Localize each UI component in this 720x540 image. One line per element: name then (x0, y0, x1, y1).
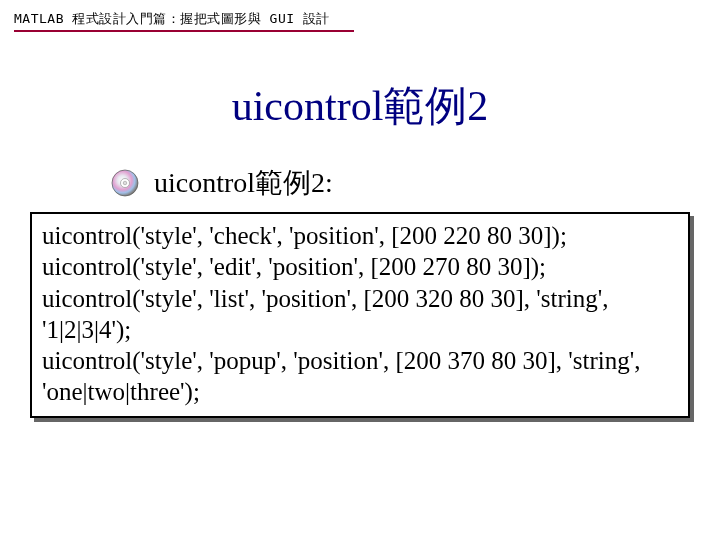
slide-title: uicontrol範例2 (0, 78, 720, 134)
svg-point-2 (123, 181, 127, 185)
disc-icon (110, 168, 140, 198)
header-underline (14, 30, 354, 32)
slide-header: MATLAB 程式設計入門篇：握把式圖形與 GUI 設計 (0, 0, 720, 38)
subtitle-text: uicontrol範例2: (154, 164, 333, 202)
code-line-3: uicontrol('style', 'list', 'position', [… (42, 283, 678, 346)
code-box: uicontrol('style', 'check', 'position', … (30, 212, 690, 418)
subtitle-row: uicontrol範例2: (110, 164, 720, 202)
code-line-4: uicontrol('style', 'popup', 'position', … (42, 345, 678, 408)
code-line-2: uicontrol('style', 'edit', 'position', [… (42, 251, 678, 282)
header-text: MATLAB 程式設計入門篇：握把式圖形與 GUI 設計 (14, 10, 706, 28)
code-line-1: uicontrol('style', 'check', 'position', … (42, 220, 678, 251)
